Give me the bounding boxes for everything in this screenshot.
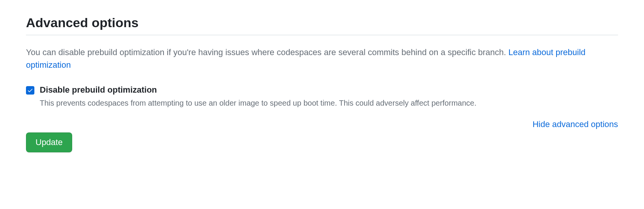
hide-link-row: Hide advanced options <box>26 119 618 129</box>
disable-prebuild-checkbox-row: Disable prebuild optimization This preve… <box>26 85 618 109</box>
button-row: Update <box>26 132 618 152</box>
hide-advanced-options-link[interactable]: Hide advanced options <box>532 119 618 129</box>
description-text: You can disable prebuild optimization if… <box>26 47 508 57</box>
checkbox-content: Disable prebuild optimization This preve… <box>40 85 618 109</box>
checkmark-icon <box>27 87 33 93</box>
section-heading: Advanced options <box>26 15 618 35</box>
section-description: You can disable prebuild optimization if… <box>26 46 618 71</box>
checkbox-help-text: This prevents codespaces from attempting… <box>40 97 618 109</box>
update-button[interactable]: Update <box>26 132 72 152</box>
checkbox-label[interactable]: Disable prebuild optimization <box>40 85 618 95</box>
disable-prebuild-checkbox[interactable] <box>26 86 34 95</box>
